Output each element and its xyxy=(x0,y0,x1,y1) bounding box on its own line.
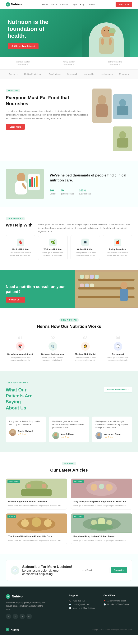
about-section: About Us Everyone Must Eat Food that Nou… xyxy=(0,79,138,161)
steps-row: 01 📅 Schedule an appointment Lorem ipsum… xyxy=(6,336,132,362)
step-icon-3: 💬 xyxy=(114,342,122,351)
nav-contact[interactable]: Contact xyxy=(88,4,95,6)
step-2: 03 👩‍⚕️ Meet our Nutritionist Lorem ipsu… xyxy=(71,336,100,362)
svg-rect-25 xyxy=(32,177,33,187)
step-num-2: 03 xyxy=(71,336,100,340)
tab-online-counseling[interactable]: Online Counseling Learn More → xyxy=(92,57,138,69)
svg-point-64 xyxy=(21,519,29,527)
author-info-1: Ava Sullivan ★★★★★ xyxy=(61,433,74,438)
footer-hours-text: Mon–Fri: 9:00am–6:00pm xyxy=(73,607,95,609)
nav-services[interactable]: Services xyxy=(60,4,68,6)
article-img-1: Eat Content xyxy=(71,479,132,498)
tab-sub-0: Learn More → xyxy=(2,64,44,65)
step-0: 01 📅 Schedule an appointment Lorem ipsum… xyxy=(6,336,34,362)
article-body-2: The Rise of Nutrition in End of Life Car… xyxy=(6,533,67,544)
hero-image xyxy=(82,22,130,57)
article-tag-1: Eat Content xyxy=(73,480,84,483)
how-section: How We Work Here's How Our Nutrition Wor… xyxy=(0,308,138,371)
stat-label-1: patients served xyxy=(61,193,74,195)
nav-blog[interactable]: Blog xyxy=(80,4,84,6)
service-desc-1: Lorem ipsum dolor sit amet consectetur a… xyxy=(41,252,65,257)
step-icon-2: 👩‍⚕️ xyxy=(81,342,90,351)
cta-contact-btn[interactable]: Contact Us → xyxy=(6,297,25,302)
footer-logo-icon: N xyxy=(6,594,10,599)
svg-rect-38 xyxy=(85,284,89,288)
article-2[interactable]: Nutrition The Rise of Nutrition in End o… xyxy=(6,513,67,544)
articles-header: Our Blog Our Latest Articles xyxy=(6,462,132,473)
view-all-btn[interactable]: View All Testimonials → xyxy=(104,387,132,392)
about-body: Lorem ipsum dolor sit amet, consectetur … xyxy=(6,110,88,120)
testimonial-author-1: Ava Sullivan ★★★★★ xyxy=(52,432,86,439)
service-title-0: Medical Nutrition xyxy=(8,248,33,250)
footer-address: 📍 12 somewhere, street xyxy=(104,600,132,602)
svg-rect-30 xyxy=(78,278,134,281)
footer-email: ✉️ nutrivo@gmail.com xyxy=(69,604,98,606)
service-desc-3: Lorem ipsum dolor sit amet consectetur a… xyxy=(105,252,130,257)
footer-office-heading: Our Office xyxy=(104,594,132,597)
footer-logo: N Nutrivo xyxy=(6,594,63,599)
testimonial-1: My skin diet gave me a natural radiance,… xyxy=(49,416,89,442)
author-info-2: Alexander Stone ★★★★★ xyxy=(104,433,121,438)
brand-6: X Ingots xyxy=(119,73,129,75)
testimonials-heading-text: What Our Patients Are Saying xyxy=(6,387,32,404)
tab-individual-nutrition[interactable]: Individual Nutrition Learn More → xyxy=(0,57,46,69)
footer-bottom-logo: N Nutrivo xyxy=(6,628,20,631)
linkedin-icon[interactable]: in xyxy=(26,614,32,619)
navbar: N Nutrivo Home About Services Page Blog … xyxy=(0,0,138,9)
article-img-3: Eat Content xyxy=(71,514,132,533)
article-title-3: Easy Meal Prep Italian Chicken Bowls xyxy=(74,535,130,538)
facebook-icon[interactable]: f xyxy=(6,614,11,619)
services-section: Our Services We Help With Lorem ipsum do… xyxy=(0,207,138,270)
nav-home[interactable]: Home xyxy=(42,4,48,6)
hero-cta-button[interactable]: Set Up an Appointment xyxy=(8,43,38,49)
article-0[interactable]: Food Content Frozen Vegetables Make Life… xyxy=(6,478,67,510)
footer-bottom: N Nutrivo Copyright © 2023 Nutrivo. Deve… xyxy=(6,625,132,631)
logo: N Nutrivo xyxy=(6,2,22,6)
stars-0: ★★★★★ xyxy=(18,433,32,435)
step-title-0: Schedule an appointment xyxy=(6,353,34,355)
service-title-1: Wellness Nutrition xyxy=(41,248,65,250)
cta-right xyxy=(75,270,138,308)
newsletter-input[interactable] xyxy=(79,567,110,573)
about-heading: Everyone Must Eat Food that Nourishes xyxy=(6,95,88,106)
stat-val-2: 100 xyxy=(79,189,84,192)
testimonial-quote-1: My skin diet gave me a natural radiance,… xyxy=(52,420,86,429)
testimonial-quote-2: Fueling my muscles with the right nutrie… xyxy=(96,420,129,429)
nav-links: Home About Services Page Blog Contact xyxy=(42,3,95,6)
article-tag-0: Food Content xyxy=(8,480,20,483)
article-tag-3: Eat Content xyxy=(73,515,84,518)
service-desc-2: Lorem ipsum dolor sit amet consectetur a… xyxy=(73,252,98,257)
youtube-icon[interactable]: y xyxy=(20,614,25,619)
service-icon-1: 🌿 xyxy=(49,238,57,246)
article-1[interactable]: Eat Content Why Incorporating More Veget… xyxy=(71,478,132,510)
footer-tagline: Nutritionist: Inspiring guides, transfor… xyxy=(6,601,48,611)
hero-section: Nutrition is the foundation of health. S… xyxy=(0,9,138,57)
svg-point-65 xyxy=(32,517,41,527)
cta-heading: Need a nutrition consult on your patient… xyxy=(6,284,69,294)
nav-about[interactable]: About xyxy=(51,4,57,6)
twitter-icon[interactable]: t xyxy=(13,614,18,619)
svg-point-66 xyxy=(44,519,52,527)
stat-patients: 5k patients served xyxy=(61,187,74,195)
service-title-3: Eating Disorders xyxy=(105,248,130,250)
nav-page[interactable]: Page xyxy=(72,4,77,6)
logo-text: Nutrivo xyxy=(11,3,22,6)
article-3[interactable]: Eat Content Easy Meal Prep Italian Chick… xyxy=(71,513,132,544)
stat-doctors: 30k Doctors xyxy=(50,187,56,195)
service-icon-3: 🍎 xyxy=(114,238,121,246)
brands-bar: Farmily UnitedNutrition ProNuture Sitema… xyxy=(0,70,138,79)
stat-suffix-1: k xyxy=(63,189,64,192)
step-3: 04 💬 Get support Lorem ipsum dolor sit a… xyxy=(104,336,132,362)
about-learn-btn[interactable]: Learn More xyxy=(6,124,25,130)
articles-badge: Our Blog xyxy=(62,462,76,466)
service-wellness: 🌿 Wellness Nutrition Lorem ipsum dolor s… xyxy=(38,235,68,260)
step-icon-0: 📅 xyxy=(16,342,24,351)
tab-sub-1: Learn More → xyxy=(48,64,90,65)
nav-cta-button[interactable]: With Us → xyxy=(116,2,132,7)
article-desc-3: Lorem ipsum dolor sit amet consectetur a… xyxy=(74,540,130,542)
brand-4: umbrella xyxy=(84,73,94,75)
footer-brand: N Nutrivo Nutritionist: Inspiring guides… xyxy=(6,594,63,619)
tab-family-nutrition[interactable]: Family Nutrition Learn More → xyxy=(46,57,92,69)
avatar-img-1 xyxy=(52,432,59,439)
newsletter-submit[interactable]: Subscribe xyxy=(111,567,127,573)
